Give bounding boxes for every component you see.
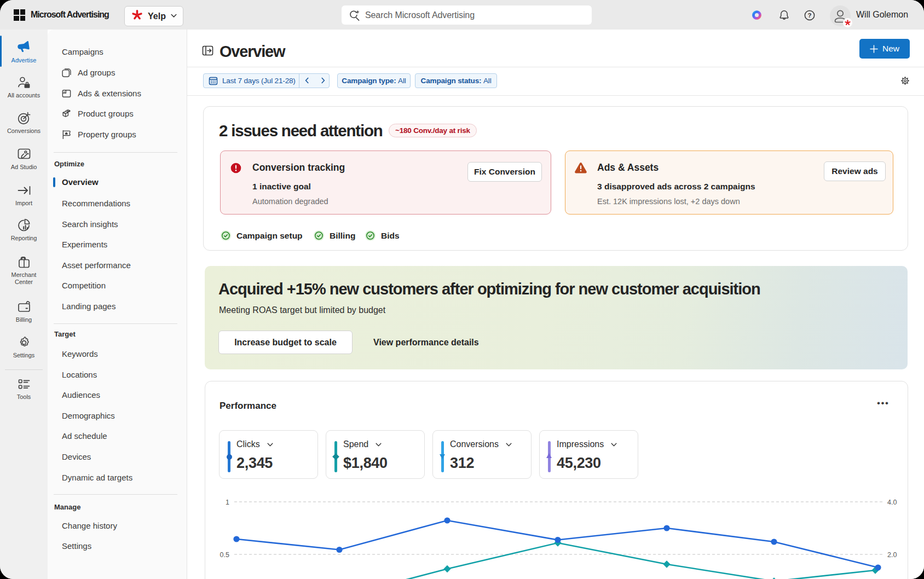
svg-text:1: 1 — [226, 499, 229, 506]
svg-text:?: ? — [807, 12, 811, 19]
svg-text:2.0: 2.0 — [887, 551, 897, 559]
svg-text:0.5: 0.5 — [220, 551, 229, 559]
svg-text:4.0: 4.0 — [887, 499, 897, 506]
